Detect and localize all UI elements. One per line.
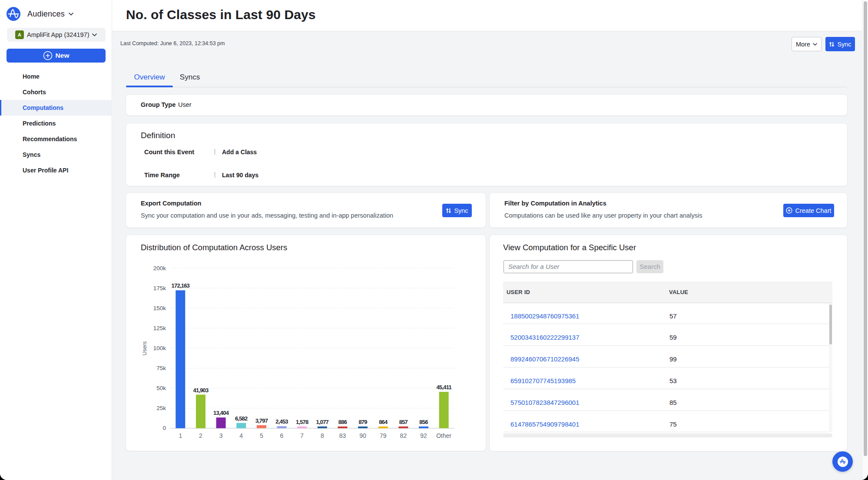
svg-text:6,582: 6,582 [235,415,248,422]
svg-text:83: 83 [339,432,346,439]
svg-text:25k: 25k [156,405,166,411]
svg-text:6: 6 [280,432,284,439]
svg-text:8: 8 [321,432,324,439]
svg-text:857: 857 [399,419,408,425]
svg-text:125k: 125k [153,325,166,331]
svg-text:1,578: 1,578 [296,419,308,425]
svg-text:7: 7 [300,432,304,439]
svg-text:50k: 50k [156,385,166,391]
svg-text:172,163: 172,163 [172,282,190,289]
svg-text:100k: 100k [153,345,166,351]
svg-text:3: 3 [219,432,223,439]
svg-text:Users: Users [142,341,148,356]
svg-text:79: 79 [380,432,387,439]
svg-text:90: 90 [359,432,366,439]
svg-text:41,903: 41,903 [193,387,209,394]
svg-text:856: 856 [419,419,428,425]
svg-text:200k: 200k [153,265,166,271]
svg-text:92: 92 [420,432,427,439]
svg-text:Other: Other [436,432,451,439]
svg-text:82: 82 [400,432,407,439]
svg-text:4: 4 [239,432,243,439]
svg-text:864: 864 [379,419,388,425]
svg-text:75k: 75k [156,365,166,371]
svg-text:2: 2 [199,432,202,439]
svg-text:1,077: 1,077 [316,419,329,425]
svg-text:2,453: 2,453 [275,418,288,425]
svg-text:13,404: 13,404 [213,410,229,416]
svg-text:1: 1 [179,432,182,439]
svg-text:45,411: 45,411 [437,384,452,391]
svg-text:0: 0 [162,425,166,431]
svg-text:3,797: 3,797 [255,417,268,424]
svg-text:150k: 150k [153,305,166,311]
svg-text:886: 886 [338,419,347,425]
svg-text:175k: 175k [153,285,166,291]
svg-text:5: 5 [260,432,263,439]
svg-text:879: 879 [358,419,367,425]
